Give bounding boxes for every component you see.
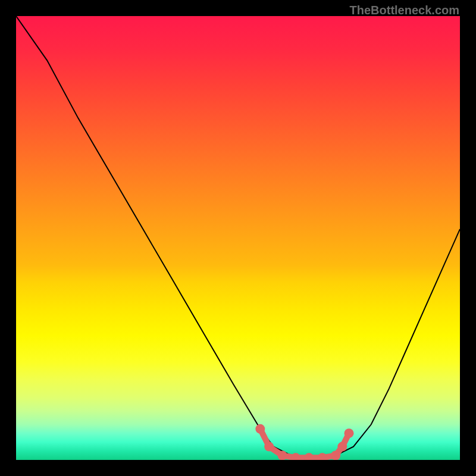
curve-line: [16, 16, 460, 458]
highlight-point: [318, 453, 327, 460]
highlight-point: [331, 451, 340, 461]
highlight-point: [255, 424, 265, 434]
chart-overlay: [16, 16, 460, 460]
plot-area: [16, 16, 460, 460]
chart-container: TheBottleneck.com: [0, 0, 476, 476]
highlight-point: [291, 453, 300, 460]
highlight-point: [337, 442, 347, 452]
watermark-text: TheBottleneck.com: [350, 4, 459, 17]
highlight-point: [264, 442, 274, 452]
highlight-point: [304, 453, 314, 460]
highlight-point: [345, 428, 354, 438]
highlight-markers: [255, 424, 353, 460]
highlight-point: [278, 451, 287, 461]
